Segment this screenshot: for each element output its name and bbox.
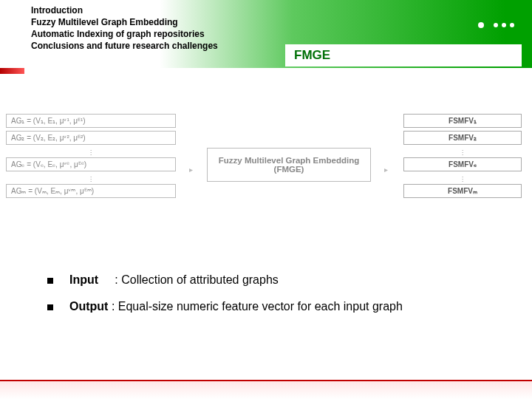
process-subtitle: (FMGE) bbox=[214, 165, 364, 174]
bullet-input: Input : Collection of attributed graphs bbox=[47, 273, 403, 287]
progress-dots bbox=[478, 22, 514, 28]
feature-vector-m: FSMFVₘ bbox=[403, 184, 522, 198]
vertical-ellipsis-icon: ··· bbox=[6, 174, 176, 184]
input-label: Input bbox=[69, 273, 98, 286]
outline-list: Introduction Fuzzy Multilevel Graph Embe… bbox=[31, 4, 218, 52]
output-label: Output bbox=[69, 300, 108, 313]
dot-icon bbox=[510, 23, 514, 27]
input-text: : Collection of attributed graphs bbox=[115, 273, 278, 286]
fmge-diagram: AG₁ = (V₁, E₁, μᵛ¹, μᴱ¹) AG₂ = (V₂, E₂, … bbox=[0, 96, 532, 244]
bullet-square-icon bbox=[47, 304, 53, 310]
graph-def-1: AG₁ = (V₁, E₁, μᵛ¹, μᴱ¹) bbox=[6, 114, 176, 128]
dot-icon bbox=[502, 23, 506, 27]
output-text: : Equal-size numeric feature vector for … bbox=[112, 300, 403, 313]
outline-item-intro: Introduction bbox=[31, 4, 218, 16]
footer-bar bbox=[0, 380, 532, 399]
feature-vector-1: FSMFV₁ bbox=[403, 114, 522, 128]
bullet-output: Output : Equal-size numeric feature vect… bbox=[47, 300, 403, 313]
graph-def-e: AGₑ = (Vₑ, Eₑ, μᵛᵉ, μᴱᵉ) bbox=[6, 157, 176, 171]
output-vectors-column: FSMFV₁ FSMFV₂ ··· FSMFVₑ ··· FSMFVₘ bbox=[403, 114, 522, 201]
outline-item-fmge: Fuzzy Multilevel Graph Embedding bbox=[31, 16, 218, 28]
vertical-ellipsis-icon: ··· bbox=[403, 174, 522, 184]
bullet-square-icon bbox=[47, 278, 53, 284]
dot-icon bbox=[494, 23, 498, 27]
accent-strip bbox=[0, 68, 24, 74]
process-title: Fuzzy Multilevel Graph Embedding bbox=[214, 156, 364, 165]
input-graphs-column: AG₁ = (V₁, E₁, μᵛ¹, μᴱ¹) AG₂ = (V₂, E₂, … bbox=[6, 114, 176, 201]
arrow-right-icon: ▸ bbox=[384, 166, 388, 174]
outline-item-conclusions: Conclusions and future research challeng… bbox=[31, 40, 218, 52]
feature-vector-2: FSMFV₂ bbox=[403, 131, 522, 145]
vertical-ellipsis-icon: ··· bbox=[403, 148, 522, 157]
fmge-process-box: Fuzzy Multilevel Graph Embedding (FMGE) bbox=[207, 148, 371, 182]
vertical-ellipsis-icon: ··· bbox=[6, 148, 176, 157]
outline-item-indexing: Automatic Indexing of graph repositories bbox=[31, 28, 218, 40]
feature-vector-e: FSMFVₑ bbox=[403, 157, 522, 171]
arrow-right-icon: ▸ bbox=[189, 166, 193, 174]
header-bar: Introduction Fuzzy Multilevel Graph Embe… bbox=[0, 0, 532, 68]
graph-def-2: AG₂ = (V₂, E₂, μᵛ², μᴱ²) bbox=[6, 131, 176, 145]
section-title: FMGE bbox=[285, 44, 522, 66]
graph-def-m: AGₘ = (Vₘ, Eₘ, μᵛᵐ, μᴱᵐ) bbox=[6, 184, 176, 198]
bullet-list: Input : Collection of attributed graphs … bbox=[47, 273, 403, 327]
dot-icon bbox=[478, 22, 484, 28]
